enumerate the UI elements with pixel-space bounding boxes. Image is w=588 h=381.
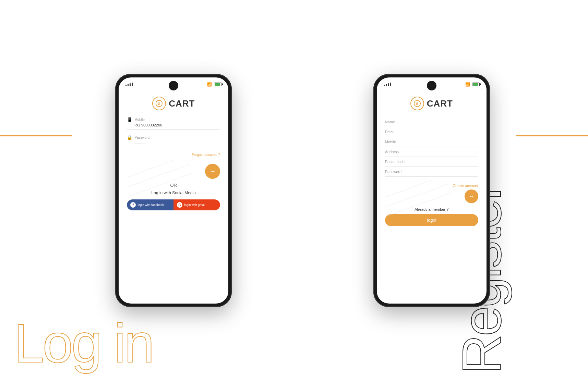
gmail-login-button[interactable]: G login with gmail: [173, 199, 220, 210]
register-arrow-button[interactable]: →: [465, 189, 478, 203]
login-phone-screen: 📶 CART: [119, 77, 228, 304]
logo-circle-register: [410, 97, 424, 110]
logo-text-register: CART: [427, 98, 453, 109]
status-right-login: 📶: [207, 82, 221, 87]
battery-icon-register: [472, 83, 480, 86]
name-field[interactable]: Name: [385, 117, 478, 127]
bg-text-login: Log in: [14, 316, 153, 371]
login-arrow-button[interactable]: →: [205, 164, 220, 179]
mobile-value: +91 9600002200: [127, 123, 220, 127]
signal-icon: [125, 83, 133, 86]
password-field[interactable]: 🔒 Password ············: [127, 135, 220, 147]
phone-notch-register: [427, 81, 436, 90]
register-screen-content: CART Name Email Mobile Address Postal co…: [377, 90, 487, 304]
page-container: Log in Register 📶: [0, 0, 588, 381]
register-phone-mockup: 📶 CART: [373, 74, 490, 307]
deco-line-left: [0, 135, 72, 136]
login-phone-mockup: 📶 CART: [115, 74, 232, 307]
password-value: ············: [127, 141, 220, 145]
gmail-icon: G: [177, 202, 182, 208]
social-login-label: Log in with Social Media: [127, 190, 220, 195]
wifi-icon: 📶: [207, 82, 212, 87]
address-field[interactable]: Address: [385, 147, 478, 157]
wifi-icon-register: 📶: [465, 82, 470, 87]
register-phone-screen: 📶 CART: [377, 77, 487, 304]
register-logo: CART: [385, 97, 478, 110]
login-bottom-section: → OR Log in with Social Media f login wi…: [127, 160, 220, 210]
facebook-login-button[interactable]: f login with facebook: [127, 199, 173, 210]
status-right-register: 📶: [465, 82, 480, 87]
register-bottom-section: Create account → Already a member ? logi…: [385, 180, 478, 226]
login-screen-content: CART 📱 Mobile +91 9600002200 🔒 Password: [119, 90, 228, 304]
forgot-password-link[interactable]: Forgot password ?: [127, 153, 220, 157]
phone-notch-login: [169, 81, 178, 90]
lock-icon: 🔒: [127, 135, 132, 140]
mobile-icon: 📱: [127, 117, 132, 122]
deco-line-right: [516, 135, 588, 136]
email-field[interactable]: Email: [385, 127, 478, 137]
logo-circle-login: [152, 97, 166, 110]
facebook-icon: f: [130, 202, 136, 208]
password-label: 🔒 Password: [127, 135, 220, 140]
postal-code-field[interactable]: Postal code: [385, 157, 478, 167]
mobile-label: 📱 Mobile: [127, 117, 220, 122]
register-mobile-field[interactable]: Mobile: [385, 137, 478, 147]
signal-icon-register: [384, 83, 391, 86]
register-diagonal-lines: [385, 180, 478, 226]
logo-text-login: CART: [169, 98, 195, 109]
register-password-field[interactable]: Password: [385, 167, 478, 177]
mobile-field[interactable]: 📱 Mobile +91 9600002200: [127, 117, 220, 130]
register-arrow-wrapper: →: [385, 189, 478, 203]
login-logo: CART: [127, 97, 220, 110]
battery-icon: [214, 83, 221, 86]
or-text: OR: [127, 183, 220, 188]
social-buttons: f login with facebook G login with gmail: [127, 199, 220, 210]
